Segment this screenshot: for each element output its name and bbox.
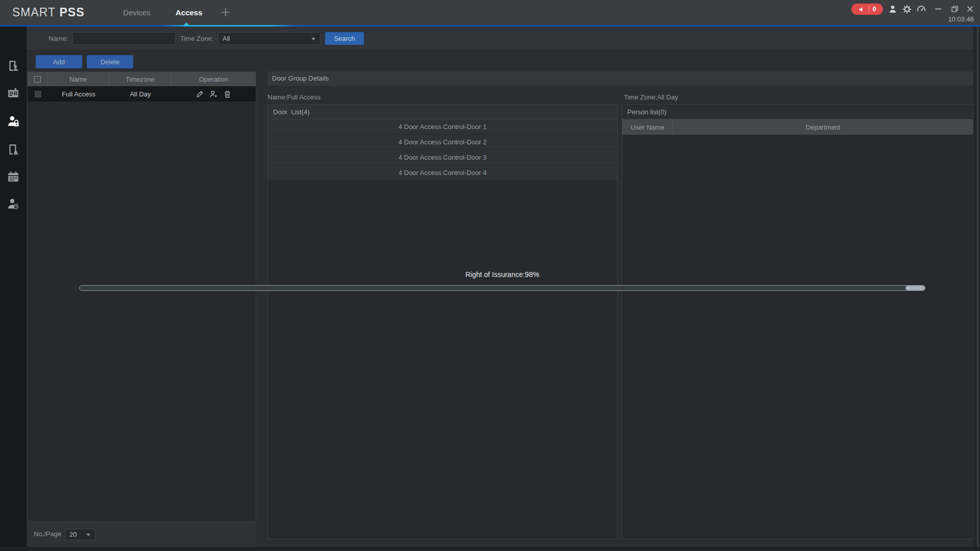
issuance-progress-label: Right of Issurance:98%: [79, 270, 925, 279]
sidebar-item-schedule[interactable]: [0, 165, 27, 188]
column-header-department: Department: [673, 119, 973, 135]
logo-text-pss: PSS: [59, 6, 84, 19]
search-filter-bar: Name: Time Zone: All Search: [27, 27, 973, 51]
column-header-operation: Operation: [172, 72, 256, 86]
name-filter-input[interactable]: [72, 32, 176, 45]
add-group-button[interactable]: Add: [36, 55, 82, 68]
add-person-icon[interactable]: [209, 90, 218, 98]
page-size-label: No./Page: [34, 521, 61, 547]
select-all-checkbox[interactable]: [34, 76, 41, 83]
close-button[interactable]: [965, 4, 975, 13]
details-title-bar: Door Group Details: [267, 71, 973, 86]
user-lock-icon: [7, 115, 20, 128]
gear-icon: [902, 5, 912, 14]
search-button[interactable]: Search: [325, 32, 364, 45]
row-operations: [172, 86, 256, 102]
row-checkbox[interactable]: [35, 91, 41, 97]
door-controller-icon: [7, 59, 20, 72]
sidebar-item-card-management[interactable]: [0, 82, 27, 105]
logo-text-smart: SMART: [12, 6, 56, 19]
chevron-down-icon: [86, 534, 90, 536]
door-list-item[interactable]: 4 Door Access Control-Door 3: [268, 150, 617, 165]
door-group-list-panel: Name Timezone Operation Full Access All …: [27, 71, 256, 521]
window-bottom-edge: [0, 547, 980, 551]
pagination-bar: No./Page 20: [27, 521, 256, 547]
issuance-progress-handle[interactable]: [905, 286, 925, 290]
window-right-edge: [973, 27, 980, 551]
gauge-icon: [917, 5, 926, 14]
title-bar: SMART PSS Devices Access 0 10:03:46: [0, 0, 980, 25]
group-timezone-label: Time Zone:All Day: [624, 93, 678, 102]
calendar-icon: [7, 170, 20, 183]
person-list-panel: Person list(0) User Name Department: [622, 104, 973, 539]
person-table-header: User Name Department: [622, 119, 973, 135]
row-timezone: All Day: [109, 86, 172, 102]
speaker-icon: [859, 6, 865, 13]
alarm-count: 0: [873, 6, 876, 13]
tab-devices[interactable]: Devices: [121, 0, 152, 25]
close-icon: [967, 6, 973, 12]
column-header-username: User Name: [622, 119, 673, 135]
user-account-button[interactable]: [888, 5, 897, 14]
person-list-header: Person list(0): [622, 105, 973, 119]
row-name: Full Access: [48, 86, 109, 102]
restore-button[interactable]: [949, 4, 960, 13]
door-list-item[interactable]: 4 Door Access Control-Door 1: [268, 119, 617, 135]
table-row-full-access[interactable]: Full Access All Day: [28, 86, 256, 102]
timezone-filter-value: All: [223, 35, 230, 42]
new-tab-button[interactable]: [218, 5, 233, 19]
alarm-counter-button[interactable]: 0: [851, 4, 883, 15]
sidebar-item-access-permission[interactable]: [0, 110, 27, 133]
column-header-timezone: Timezone: [109, 72, 172, 86]
timezone-filter-label: Time Zone:: [180, 27, 213, 51]
module-sidebar: [0, 27, 27, 551]
minimize-button[interactable]: [933, 4, 943, 13]
user-icon: [888, 5, 897, 14]
column-header-name: Name: [48, 72, 109, 86]
door-list-item[interactable]: 4 Door Access Control-Door 4: [268, 165, 617, 181]
page-size-value: 20: [69, 531, 77, 538]
performance-button[interactable]: [917, 5, 926, 14]
app-logo: SMART PSS: [12, 0, 85, 25]
sidebar-item-console[interactable]: [0, 55, 27, 77]
restore-icon: [951, 6, 958, 12]
edit-icon[interactable]: [195, 90, 204, 98]
id-card-icon: [7, 87, 20, 100]
system-clock: 10:03:46: [948, 15, 974, 23]
row-select-cell: [28, 86, 48, 102]
door-alarm-icon: [7, 143, 20, 156]
page-size-select[interactable]: 20: [65, 529, 95, 540]
issuance-progress-track[interactable]: [79, 285, 925, 291]
door-list-item[interactable]: 4 Door Access Control-Door 2: [268, 135, 617, 150]
door-list-panel: Door List(4) 4 Door Access Control-Door …: [267, 104, 618, 539]
select-all-cell: [28, 72, 48, 86]
settings-button[interactable]: [902, 5, 912, 14]
timezone-filter-select[interactable]: All: [218, 32, 321, 45]
plus-icon: [218, 5, 233, 19]
group-table-header: Name Timezone Operation: [28, 72, 256, 86]
delete-group-button[interactable]: Delete: [87, 55, 133, 68]
chevron-down-icon: [311, 38, 315, 40]
delete-icon[interactable]: [223, 90, 232, 98]
pill-divider: [869, 6, 869, 13]
name-filter-label: Name:: [48, 27, 68, 51]
minimize-icon: [935, 6, 942, 12]
sidebar-item-attendance[interactable]: [0, 193, 27, 215]
group-name-label: Name:Full Access: [267, 93, 321, 102]
tab-access[interactable]: Access: [176, 0, 200, 25]
door-list-header: Door List(4): [268, 105, 617, 119]
user-clock-icon: [7, 197, 20, 211]
active-tab-arrow: [184, 22, 189, 25]
smartpss-window: { "topbar": { "brand_primary": "SMART", …: [0, 0, 980, 551]
scrollbar-track: [977, 27, 978, 551]
sidebar-item-door-alarm[interactable]: [0, 138, 27, 161]
